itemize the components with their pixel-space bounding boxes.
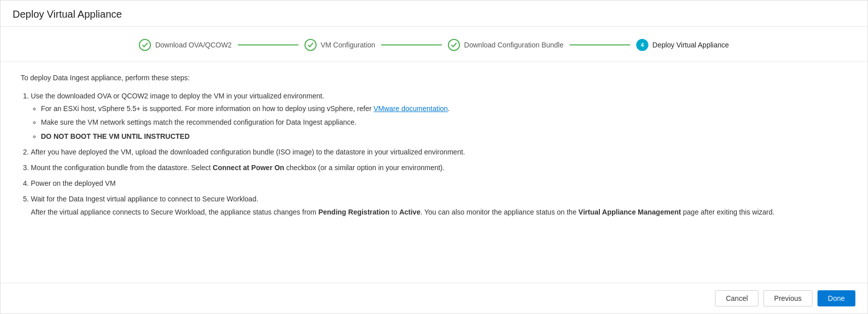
instructions-list: Use the downloaded OVA or QCOW2 image to…	[31, 90, 847, 219]
step-connector-3	[570, 44, 630, 45]
instruction-1-sub3: DO NOT BOOT THE VM UNTIL INSTRUCTED	[41, 130, 847, 143]
step-connector-1	[238, 44, 298, 45]
step-3-icon	[448, 39, 460, 51]
instruction-1-sub1: For an ESXi host, vSphere 5.5+ is suppor…	[41, 102, 847, 115]
step-4-label: Deploy Virtual Appliance	[652, 41, 729, 49]
instruction-3: Mount the configuration bundle from the …	[31, 162, 847, 174]
step-3-label: Download Configuration Bundle	[464, 41, 564, 49]
instruction-5: Wait for the Data Ingest virtual applian…	[31, 193, 847, 218]
connect-at-power-on-bold: Connect at Power On	[213, 164, 284, 172]
step-2: VM Configuration	[304, 39, 375, 51]
instruction-3-post: checkbox (or a similar option in your en…	[284, 164, 444, 172]
active-bold: Active	[399, 208, 421, 216]
step-2-label: VM Configuration	[321, 41, 375, 49]
instruction-1-sub2: Make sure the VM network settings match …	[41, 116, 847, 129]
pending-registration-bold: Pending Registration	[318, 208, 389, 216]
step-4: 4 Deploy Virtual Appliance	[636, 39, 729, 51]
step-connector-2	[381, 44, 442, 45]
step-1: Download OVA/QCOW2	[139, 39, 231, 51]
main-content: To deploy Data Ingest appliance, perform…	[1, 62, 867, 283]
instruction-5-sub-final: page after exiting this wizard.	[681, 208, 775, 216]
step-1-icon	[139, 39, 151, 51]
dialog-title: Deploy Virtual Appliance	[1, 1, 867, 27]
previous-button[interactable]: Previous	[763, 290, 812, 306]
step-3: Download Configuration Bundle	[448, 39, 564, 51]
instruction-1-text: Use the downloaded OVA or QCOW2 image to…	[31, 92, 324, 100]
step-1-label: Download OVA/QCOW2	[155, 41, 231, 49]
instruction-2: After you have deployed the VM, upload t…	[31, 146, 847, 159]
vmware-documentation-link[interactable]: VMware documentation	[374, 104, 448, 113]
dialog-footer: Cancel Previous Done	[1, 283, 867, 313]
instruction-1-subitems: For an ESXi host, vSphere 5.5+ is suppor…	[41, 102, 847, 143]
virtual-appliance-mgmt-bold: Virtual Appliance Management	[579, 208, 681, 216]
instruction-4: Power on the deployed VM	[31, 177, 847, 190]
esxi-text: For an ESXi host, vSphere 5.5+ is suppor…	[41, 104, 374, 113]
cancel-button[interactable]: Cancel	[715, 290, 758, 306]
done-button[interactable]: Done	[818, 290, 855, 306]
stepper: Download OVA/QCOW2 VM Configuration Down…	[1, 27, 867, 62]
instruction-5-sub-pre: After the virtual appliance connects to …	[31, 208, 318, 216]
instruction-5-sub-end: . You can also monitor the appliance sta…	[421, 208, 579, 216]
instruction-1: Use the downloaded OVA or QCOW2 image to…	[31, 90, 847, 143]
instruction-3-pre: Mount the configuration bundle from the …	[31, 164, 213, 172]
instruction-5-text: Wait for the Data Ingest virtual applian…	[31, 195, 259, 203]
instruction-5-sub-mid: to	[389, 208, 399, 216]
esxi-period: .	[448, 104, 450, 113]
step-4-icon: 4	[636, 39, 648, 51]
step-2-icon	[304, 39, 317, 51]
deploy-virtual-appliance-dialog: Deploy Virtual Appliance Download OVA/QC…	[0, 0, 868, 314]
intro-text: To deploy Data Ingest appliance, perform…	[21, 74, 847, 82]
